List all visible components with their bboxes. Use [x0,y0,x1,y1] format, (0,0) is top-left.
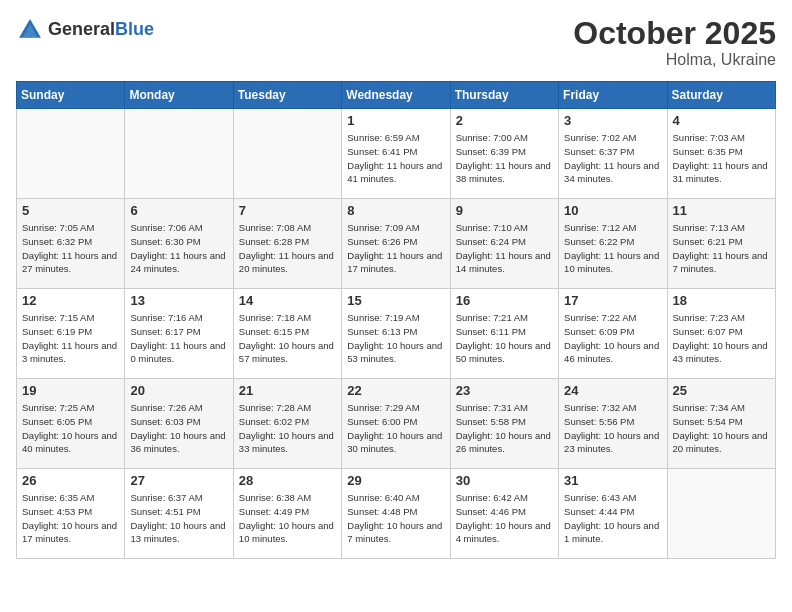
calendar-cell [17,109,125,199]
title-block: October 2025 Holma, Ukraine [573,16,776,69]
calendar-week-row: 12Sunrise: 7:15 AM Sunset: 6:19 PM Dayli… [17,289,776,379]
day-info: Sunrise: 7:19 AM Sunset: 6:13 PM Dayligh… [347,311,444,366]
calendar-week-row: 5Sunrise: 7:05 AM Sunset: 6:32 PM Daylig… [17,199,776,289]
calendar-cell: 24Sunrise: 7:32 AM Sunset: 5:56 PM Dayli… [559,379,667,469]
weekday-header: Thursday [450,82,558,109]
day-number: 13 [130,293,227,308]
day-number: 31 [564,473,661,488]
calendar-cell: 5Sunrise: 7:05 AM Sunset: 6:32 PM Daylig… [17,199,125,289]
calendar-cell: 10Sunrise: 7:12 AM Sunset: 6:22 PM Dayli… [559,199,667,289]
day-number: 4 [673,113,770,128]
calendar-week-row: 19Sunrise: 7:25 AM Sunset: 6:05 PM Dayli… [17,379,776,469]
day-info: Sunrise: 7:23 AM Sunset: 6:07 PM Dayligh… [673,311,770,366]
calendar-header: SundayMondayTuesdayWednesdayThursdayFrid… [17,82,776,109]
calendar-cell: 31Sunrise: 6:43 AM Sunset: 4:44 PM Dayli… [559,469,667,559]
logo-text: General Blue [48,20,154,40]
day-number: 1 [347,113,444,128]
calendar-cell: 2Sunrise: 7:00 AM Sunset: 6:39 PM Daylig… [450,109,558,199]
day-info: Sunrise: 7:28 AM Sunset: 6:02 PM Dayligh… [239,401,336,456]
day-number: 9 [456,203,553,218]
day-info: Sunrise: 7:05 AM Sunset: 6:32 PM Dayligh… [22,221,119,276]
calendar-cell: 23Sunrise: 7:31 AM Sunset: 5:58 PM Dayli… [450,379,558,469]
calendar-cell: 13Sunrise: 7:16 AM Sunset: 6:17 PM Dayli… [125,289,233,379]
calendar-cell: 16Sunrise: 7:21 AM Sunset: 6:11 PM Dayli… [450,289,558,379]
day-number: 17 [564,293,661,308]
calendar-cell: 9Sunrise: 7:10 AM Sunset: 6:24 PM Daylig… [450,199,558,289]
weekday-header: Tuesday [233,82,341,109]
logo: General Blue [16,16,154,44]
calendar-cell: 6Sunrise: 7:06 AM Sunset: 6:30 PM Daylig… [125,199,233,289]
day-info: Sunrise: 7:21 AM Sunset: 6:11 PM Dayligh… [456,311,553,366]
calendar-cell: 8Sunrise: 7:09 AM Sunset: 6:26 PM Daylig… [342,199,450,289]
day-number: 10 [564,203,661,218]
weekday-header: Monday [125,82,233,109]
day-info: Sunrise: 7:26 AM Sunset: 6:03 PM Dayligh… [130,401,227,456]
day-info: Sunrise: 7:08 AM Sunset: 6:28 PM Dayligh… [239,221,336,276]
day-info: Sunrise: 6:59 AM Sunset: 6:41 PM Dayligh… [347,131,444,186]
calendar-cell: 29Sunrise: 6:40 AM Sunset: 4:48 PM Dayli… [342,469,450,559]
calendar-cell: 7Sunrise: 7:08 AM Sunset: 6:28 PM Daylig… [233,199,341,289]
day-number: 8 [347,203,444,218]
day-number: 14 [239,293,336,308]
calendar-cell: 12Sunrise: 7:15 AM Sunset: 6:19 PM Dayli… [17,289,125,379]
day-info: Sunrise: 6:40 AM Sunset: 4:48 PM Dayligh… [347,491,444,546]
day-info: Sunrise: 7:10 AM Sunset: 6:24 PM Dayligh… [456,221,553,276]
day-number: 21 [239,383,336,398]
day-number: 12 [22,293,119,308]
day-info: Sunrise: 7:22 AM Sunset: 6:09 PM Dayligh… [564,311,661,366]
day-number: 27 [130,473,227,488]
calendar-week-row: 1Sunrise: 6:59 AM Sunset: 6:41 PM Daylig… [17,109,776,199]
day-number: 24 [564,383,661,398]
day-info: Sunrise: 7:00 AM Sunset: 6:39 PM Dayligh… [456,131,553,186]
calendar-table: SundayMondayTuesdayWednesdayThursdayFrid… [16,81,776,559]
calendar-cell: 21Sunrise: 7:28 AM Sunset: 6:02 PM Dayli… [233,379,341,469]
calendar-cell: 11Sunrise: 7:13 AM Sunset: 6:21 PM Dayli… [667,199,775,289]
day-info: Sunrise: 7:12 AM Sunset: 6:22 PM Dayligh… [564,221,661,276]
day-number: 15 [347,293,444,308]
calendar-cell [233,109,341,199]
calendar-cell: 27Sunrise: 6:37 AM Sunset: 4:51 PM Dayli… [125,469,233,559]
day-number: 22 [347,383,444,398]
calendar-week-row: 26Sunrise: 6:35 AM Sunset: 4:53 PM Dayli… [17,469,776,559]
logo-blue: Blue [115,20,154,40]
page-header: General Blue October 2025 Holma, Ukraine [16,16,776,69]
day-info: Sunrise: 7:09 AM Sunset: 6:26 PM Dayligh… [347,221,444,276]
logo-general: General [48,20,115,40]
day-number: 25 [673,383,770,398]
day-number: 2 [456,113,553,128]
calendar-cell: 17Sunrise: 7:22 AM Sunset: 6:09 PM Dayli… [559,289,667,379]
day-number: 30 [456,473,553,488]
month-title: October 2025 [573,16,776,51]
day-info: Sunrise: 7:31 AM Sunset: 5:58 PM Dayligh… [456,401,553,456]
logo-icon [16,16,44,44]
day-number: 3 [564,113,661,128]
day-info: Sunrise: 7:06 AM Sunset: 6:30 PM Dayligh… [130,221,227,276]
calendar-body: 1Sunrise: 6:59 AM Sunset: 6:41 PM Daylig… [17,109,776,559]
weekday-header: Friday [559,82,667,109]
calendar-cell: 26Sunrise: 6:35 AM Sunset: 4:53 PM Dayli… [17,469,125,559]
day-number: 28 [239,473,336,488]
calendar-cell: 22Sunrise: 7:29 AM Sunset: 6:00 PM Dayli… [342,379,450,469]
calendar-cell: 4Sunrise: 7:03 AM Sunset: 6:35 PM Daylig… [667,109,775,199]
day-number: 26 [22,473,119,488]
weekday-header: Sunday [17,82,125,109]
calendar-cell: 20Sunrise: 7:26 AM Sunset: 6:03 PM Dayli… [125,379,233,469]
calendar-cell: 15Sunrise: 7:19 AM Sunset: 6:13 PM Dayli… [342,289,450,379]
day-info: Sunrise: 7:25 AM Sunset: 6:05 PM Dayligh… [22,401,119,456]
calendar-cell: 1Sunrise: 6:59 AM Sunset: 6:41 PM Daylig… [342,109,450,199]
calendar-cell: 19Sunrise: 7:25 AM Sunset: 6:05 PM Dayli… [17,379,125,469]
calendar-cell [125,109,233,199]
weekday-header: Saturday [667,82,775,109]
day-info: Sunrise: 7:16 AM Sunset: 6:17 PM Dayligh… [130,311,227,366]
location-title: Holma, Ukraine [573,51,776,69]
day-info: Sunrise: 7:13 AM Sunset: 6:21 PM Dayligh… [673,221,770,276]
day-number: 5 [22,203,119,218]
day-number: 11 [673,203,770,218]
day-info: Sunrise: 7:29 AM Sunset: 6:00 PM Dayligh… [347,401,444,456]
day-info: Sunrise: 6:38 AM Sunset: 4:49 PM Dayligh… [239,491,336,546]
calendar-cell: 18Sunrise: 7:23 AM Sunset: 6:07 PM Dayli… [667,289,775,379]
day-number: 23 [456,383,553,398]
day-number: 18 [673,293,770,308]
calendar-cell [667,469,775,559]
calendar-cell: 25Sunrise: 7:34 AM Sunset: 5:54 PM Dayli… [667,379,775,469]
